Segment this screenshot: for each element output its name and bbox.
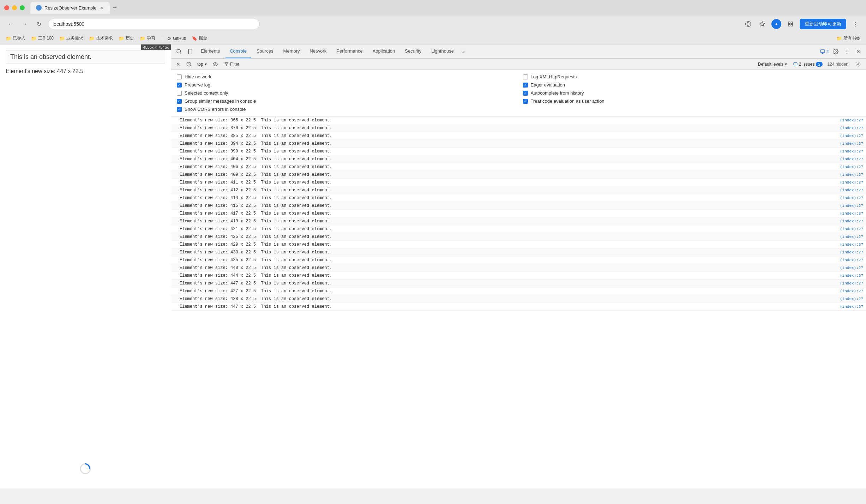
tab-security[interactable]: Security [401, 44, 426, 58]
checkbox-autocomplete[interactable] [523, 91, 528, 96]
log-source[interactable]: (index):27 [828, 180, 863, 185]
setting-hide-network[interactable]: Hide network [177, 74, 515, 79]
log-source[interactable]: (index):27 [828, 242, 863, 247]
bookmark-work100[interactable]: 📁 工作100 [31, 35, 54, 41]
minimize-button[interactable] [12, 5, 17, 10]
setting-autocomplete[interactable]: Autocomplete from history [523, 90, 861, 96]
setting-cors-errors[interactable]: Show CORS errors in console [177, 107, 515, 112]
restart-button[interactable]: 重新启动即可更新 [800, 19, 846, 29]
checkbox-cors-errors[interactable] [177, 107, 182, 112]
log-source[interactable]: (index):27 [828, 227, 863, 231]
log-source[interactable]: (index):27 [828, 297, 863, 301]
bookmark-business[interactable]: 📁 业务需求 [59, 35, 83, 41]
log-source[interactable]: (index):27 [828, 134, 863, 138]
setting-treat-code-eval[interactable]: Treat code evaluation as user action [523, 98, 861, 104]
log-source[interactable]: (index):27 [828, 266, 863, 270]
block-console-btn[interactable] [185, 60, 193, 68]
bookmark-icon[interactable] [757, 19, 767, 29]
checkbox-treat-code-eval[interactable] [523, 99, 528, 104]
log-source[interactable]: (index):27 [828, 219, 863, 223]
log-row: Element's new size: 412 x 22.5 This is a… [171, 186, 866, 194]
log-source[interactable]: (index):27 [828, 165, 863, 169]
log-source[interactable]: (index):27 [828, 188, 863, 192]
maximize-button[interactable] [20, 5, 25, 10]
bookmark-github[interactable]: ⚙ GitHub [167, 36, 186, 41]
filter-btn[interactable]: Filter [222, 61, 242, 67]
checkbox-group-similar[interactable] [177, 99, 182, 104]
clear-console-btn[interactable] [174, 60, 182, 68]
log-source[interactable]: (index):27 [828, 305, 863, 309]
checkbox-hide-network[interactable] [177, 74, 182, 79]
log-source[interactable]: (index):27 [828, 274, 863, 278]
checkbox-selected-context[interactable] [177, 91, 182, 96]
log-source[interactable]: (index):27 [828, 204, 863, 208]
tab-sources[interactable]: Sources [252, 44, 278, 58]
folder-icon: 📁 [89, 36, 95, 41]
console-settings-icon[interactable] [853, 59, 863, 69]
reload-button[interactable]: ↻ [34, 19, 44, 29]
log-source[interactable]: (index):27 [828, 157, 863, 161]
bookmark-tech[interactable]: 📁 技术需求 [89, 35, 113, 41]
close-devtools-icon[interactable]: ✕ [853, 47, 863, 56]
log-source[interactable]: (index):27 [828, 118, 863, 122]
issues-badge[interactable]: 2 Issues 2 [793, 62, 823, 67]
forward-button[interactable]: → [20, 19, 30, 29]
setting-preserve-log[interactable]: Preserve log [177, 82, 515, 88]
setting-group-similar[interactable]: Group similar messages in console [177, 98, 515, 104]
eye-icon[interactable] [211, 60, 219, 68]
devtools-inspect-btn[interactable] [174, 47, 184, 56]
tab-performance[interactable]: Performance [332, 44, 367, 58]
more-tabs-btn[interactable]: » [459, 49, 468, 54]
devtools-device-btn[interactable] [185, 47, 195, 56]
svg-rect-1 [788, 22, 790, 24]
log-row: Element's new size: 429 x 22.5 This is a… [171, 241, 866, 248]
checkbox-preserve-log[interactable] [177, 83, 182, 88]
translate-icon[interactable] [743, 19, 753, 29]
active-tab[interactable]: ResizeObserver Example ✕ [30, 2, 110, 14]
tab-console[interactable]: Console [225, 44, 251, 58]
tab-lighthouse[interactable]: Lighthouse [427, 44, 458, 58]
log-row: Element's new size: 419 x 22.5 This is a… [171, 217, 866, 225]
log-source[interactable]: (index):27 [828, 258, 863, 262]
bookmark-history[interactable]: 📁 历史 [119, 35, 134, 41]
tab-memory[interactable]: Memory [279, 44, 304, 58]
log-source[interactable]: (index):27 [828, 126, 863, 130]
log-message: Element's new size: 435 x 22.5 This is a… [180, 258, 828, 263]
setting-log-xhr[interactable]: Log XMLHttpRequests [523, 74, 861, 79]
tab-elements[interactable]: Elements [197, 44, 224, 58]
back-button[interactable]: ← [6, 19, 16, 29]
tab-application[interactable]: Application [368, 44, 399, 58]
extension-icon[interactable] [786, 19, 795, 29]
tab-close-button[interactable]: ✕ [99, 5, 104, 10]
profile-icon[interactable]: ● [771, 19, 781, 29]
log-source[interactable]: (index):27 [828, 173, 863, 177]
setting-eager-eval[interactable]: Eager evaluation [523, 82, 861, 88]
log-source[interactable]: (index):27 [828, 149, 863, 154]
checkbox-eager-eval[interactable] [523, 83, 528, 88]
issues-icon[interactable]: 2 [819, 47, 829, 56]
bookmark-learn[interactable]: 📁 学习 [140, 35, 155, 41]
log-source[interactable]: (index):27 [828, 211, 863, 216]
new-tab-button[interactable]: + [110, 3, 120, 13]
log-source[interactable]: (index):27 [828, 289, 863, 293]
close-button[interactable] [4, 5, 9, 10]
menu-icon[interactable]: ⋮ [850, 19, 860, 29]
bookmark-juejin[interactable]: 🔖 掘金 [192, 35, 207, 41]
levels-selector[interactable]: Default levels ▾ [758, 62, 787, 67]
console-log[interactable]: Element's new size: 365 x 22.5 This is a… [171, 116, 866, 488]
bookmark-import[interactable]: 📁 已导入 [6, 35, 25, 41]
log-source[interactable]: (index):27 [828, 235, 863, 239]
bookmark-all[interactable]: 📁 所有书签 [836, 35, 860, 41]
setting-selected-context[interactable]: Selected context only [177, 90, 515, 96]
context-selector[interactable]: top ▾ [195, 61, 209, 67]
url-bar[interactable]: localhost:5500 [48, 19, 260, 29]
tab-network[interactable]: Network [306, 44, 331, 58]
checkbox-log-xhr[interactable] [523, 74, 528, 79]
log-source[interactable]: (index):27 [828, 281, 863, 286]
log-source[interactable]: (index):27 [828, 196, 863, 200]
log-source[interactable]: (index):27 [828, 142, 863, 146]
log-message: Element's new size: 417 x 22.5 This is a… [180, 211, 828, 216]
log-source[interactable]: (index):27 [828, 250, 863, 254]
more-options-icon[interactable]: ⋮ [842, 47, 852, 56]
settings-icon[interactable] [831, 47, 841, 56]
